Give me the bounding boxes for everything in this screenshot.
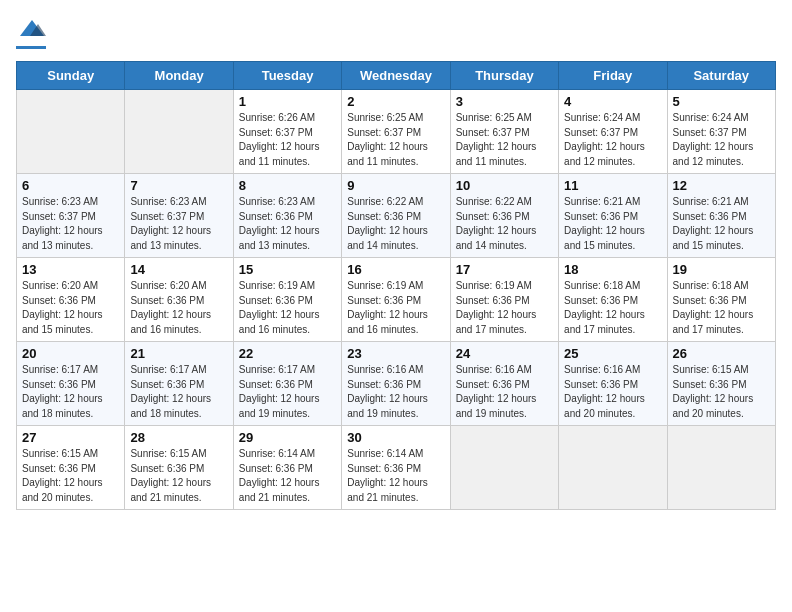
calendar-cell: 29Sunrise: 6:14 AM Sunset: 6:36 PM Dayli… [233, 426, 341, 510]
calendar-cell [450, 426, 558, 510]
day-number: 29 [239, 430, 336, 445]
day-info: Sunrise: 6:15 AM Sunset: 6:36 PM Dayligh… [22, 447, 119, 505]
day-number: 3 [456, 94, 553, 109]
calendar-week-4: 20Sunrise: 6:17 AM Sunset: 6:36 PM Dayli… [17, 342, 776, 426]
day-info: Sunrise: 6:15 AM Sunset: 6:36 PM Dayligh… [673, 363, 770, 421]
calendar-week-5: 27Sunrise: 6:15 AM Sunset: 6:36 PM Dayli… [17, 426, 776, 510]
calendar-table: SundayMondayTuesdayWednesdayThursdayFrid… [16, 61, 776, 510]
calendar-cell: 20Sunrise: 6:17 AM Sunset: 6:36 PM Dayli… [17, 342, 125, 426]
day-info: Sunrise: 6:18 AM Sunset: 6:36 PM Dayligh… [564, 279, 661, 337]
day-number: 30 [347, 430, 444, 445]
weekday-tuesday: Tuesday [233, 62, 341, 90]
day-info: Sunrise: 6:26 AM Sunset: 6:37 PM Dayligh… [239, 111, 336, 169]
day-info: Sunrise: 6:25 AM Sunset: 6:37 PM Dayligh… [347, 111, 444, 169]
calendar-cell: 26Sunrise: 6:15 AM Sunset: 6:36 PM Dayli… [667, 342, 775, 426]
logo-underline [16, 46, 46, 49]
day-number: 5 [673, 94, 770, 109]
calendar-cell: 5Sunrise: 6:24 AM Sunset: 6:37 PM Daylig… [667, 90, 775, 174]
day-info: Sunrise: 6:21 AM Sunset: 6:36 PM Dayligh… [673, 195, 770, 253]
calendar-cell: 22Sunrise: 6:17 AM Sunset: 6:36 PM Dayli… [233, 342, 341, 426]
day-number: 8 [239, 178, 336, 193]
day-number: 28 [130, 430, 227, 445]
day-number: 6 [22, 178, 119, 193]
logo-icon [18, 16, 46, 44]
calendar-cell: 17Sunrise: 6:19 AM Sunset: 6:36 PM Dayli… [450, 258, 558, 342]
calendar-cell: 1Sunrise: 6:26 AM Sunset: 6:37 PM Daylig… [233, 90, 341, 174]
day-number: 17 [456, 262, 553, 277]
day-number: 26 [673, 346, 770, 361]
day-info: Sunrise: 6:17 AM Sunset: 6:36 PM Dayligh… [239, 363, 336, 421]
calendar-cell: 30Sunrise: 6:14 AM Sunset: 6:36 PM Dayli… [342, 426, 450, 510]
day-info: Sunrise: 6:19 AM Sunset: 6:36 PM Dayligh… [347, 279, 444, 337]
day-info: Sunrise: 6:23 AM Sunset: 6:36 PM Dayligh… [239, 195, 336, 253]
day-info: Sunrise: 6:16 AM Sunset: 6:36 PM Dayligh… [564, 363, 661, 421]
day-number: 20 [22, 346, 119, 361]
calendar-week-1: 1Sunrise: 6:26 AM Sunset: 6:37 PM Daylig… [17, 90, 776, 174]
calendar-week-3: 13Sunrise: 6:20 AM Sunset: 6:36 PM Dayli… [17, 258, 776, 342]
day-info: Sunrise: 6:19 AM Sunset: 6:36 PM Dayligh… [239, 279, 336, 337]
calendar-cell: 9Sunrise: 6:22 AM Sunset: 6:36 PM Daylig… [342, 174, 450, 258]
calendar-cell: 8Sunrise: 6:23 AM Sunset: 6:36 PM Daylig… [233, 174, 341, 258]
day-info: Sunrise: 6:25 AM Sunset: 6:37 PM Dayligh… [456, 111, 553, 169]
weekday-saturday: Saturday [667, 62, 775, 90]
day-number: 15 [239, 262, 336, 277]
calendar-cell: 15Sunrise: 6:19 AM Sunset: 6:36 PM Dayli… [233, 258, 341, 342]
calendar-cell [125, 90, 233, 174]
calendar-cell: 11Sunrise: 6:21 AM Sunset: 6:36 PM Dayli… [559, 174, 667, 258]
day-info: Sunrise: 6:18 AM Sunset: 6:36 PM Dayligh… [673, 279, 770, 337]
calendar-cell: 12Sunrise: 6:21 AM Sunset: 6:36 PM Dayli… [667, 174, 775, 258]
day-info: Sunrise: 6:22 AM Sunset: 6:36 PM Dayligh… [347, 195, 444, 253]
day-info: Sunrise: 6:24 AM Sunset: 6:37 PM Dayligh… [564, 111, 661, 169]
day-number: 4 [564, 94, 661, 109]
day-info: Sunrise: 6:15 AM Sunset: 6:36 PM Dayligh… [130, 447, 227, 505]
day-number: 24 [456, 346, 553, 361]
calendar-cell: 13Sunrise: 6:20 AM Sunset: 6:36 PM Dayli… [17, 258, 125, 342]
day-number: 2 [347, 94, 444, 109]
calendar-header: SundayMondayTuesdayWednesdayThursdayFrid… [17, 62, 776, 90]
calendar-cell: 25Sunrise: 6:16 AM Sunset: 6:36 PM Dayli… [559, 342, 667, 426]
day-info: Sunrise: 6:14 AM Sunset: 6:36 PM Dayligh… [347, 447, 444, 505]
day-number: 1 [239, 94, 336, 109]
calendar-cell [559, 426, 667, 510]
day-number: 13 [22, 262, 119, 277]
calendar-cell: 28Sunrise: 6:15 AM Sunset: 6:36 PM Dayli… [125, 426, 233, 510]
header [16, 16, 776, 49]
weekday-wednesday: Wednesday [342, 62, 450, 90]
day-info: Sunrise: 6:23 AM Sunset: 6:37 PM Dayligh… [22, 195, 119, 253]
day-number: 11 [564, 178, 661, 193]
calendar-cell: 18Sunrise: 6:18 AM Sunset: 6:36 PM Dayli… [559, 258, 667, 342]
day-number: 19 [673, 262, 770, 277]
calendar-cell: 2Sunrise: 6:25 AM Sunset: 6:37 PM Daylig… [342, 90, 450, 174]
day-info: Sunrise: 6:21 AM Sunset: 6:36 PM Dayligh… [564, 195, 661, 253]
calendar-cell: 19Sunrise: 6:18 AM Sunset: 6:36 PM Dayli… [667, 258, 775, 342]
day-info: Sunrise: 6:16 AM Sunset: 6:36 PM Dayligh… [347, 363, 444, 421]
day-info: Sunrise: 6:23 AM Sunset: 6:37 PM Dayligh… [130, 195, 227, 253]
calendar-cell: 16Sunrise: 6:19 AM Sunset: 6:36 PM Dayli… [342, 258, 450, 342]
day-info: Sunrise: 6:17 AM Sunset: 6:36 PM Dayligh… [22, 363, 119, 421]
weekday-monday: Monday [125, 62, 233, 90]
calendar-cell [667, 426, 775, 510]
weekday-thursday: Thursday [450, 62, 558, 90]
day-number: 25 [564, 346, 661, 361]
calendar-cell: 6Sunrise: 6:23 AM Sunset: 6:37 PM Daylig… [17, 174, 125, 258]
day-info: Sunrise: 6:16 AM Sunset: 6:36 PM Dayligh… [456, 363, 553, 421]
day-info: Sunrise: 6:20 AM Sunset: 6:36 PM Dayligh… [130, 279, 227, 337]
day-number: 27 [22, 430, 119, 445]
calendar-cell: 23Sunrise: 6:16 AM Sunset: 6:36 PM Dayli… [342, 342, 450, 426]
day-number: 18 [564, 262, 661, 277]
day-info: Sunrise: 6:20 AM Sunset: 6:36 PM Dayligh… [22, 279, 119, 337]
day-number: 9 [347, 178, 444, 193]
weekday-sunday: Sunday [17, 62, 125, 90]
calendar-cell: 21Sunrise: 6:17 AM Sunset: 6:36 PM Dayli… [125, 342, 233, 426]
calendar-body: 1Sunrise: 6:26 AM Sunset: 6:37 PM Daylig… [17, 90, 776, 510]
calendar-cell: 7Sunrise: 6:23 AM Sunset: 6:37 PM Daylig… [125, 174, 233, 258]
calendar-week-2: 6Sunrise: 6:23 AM Sunset: 6:37 PM Daylig… [17, 174, 776, 258]
day-number: 23 [347, 346, 444, 361]
day-number: 14 [130, 262, 227, 277]
calendar-cell: 3Sunrise: 6:25 AM Sunset: 6:37 PM Daylig… [450, 90, 558, 174]
day-info: Sunrise: 6:14 AM Sunset: 6:36 PM Dayligh… [239, 447, 336, 505]
calendar-cell: 14Sunrise: 6:20 AM Sunset: 6:36 PM Dayli… [125, 258, 233, 342]
day-number: 22 [239, 346, 336, 361]
day-number: 10 [456, 178, 553, 193]
calendar-cell: 24Sunrise: 6:16 AM Sunset: 6:36 PM Dayli… [450, 342, 558, 426]
